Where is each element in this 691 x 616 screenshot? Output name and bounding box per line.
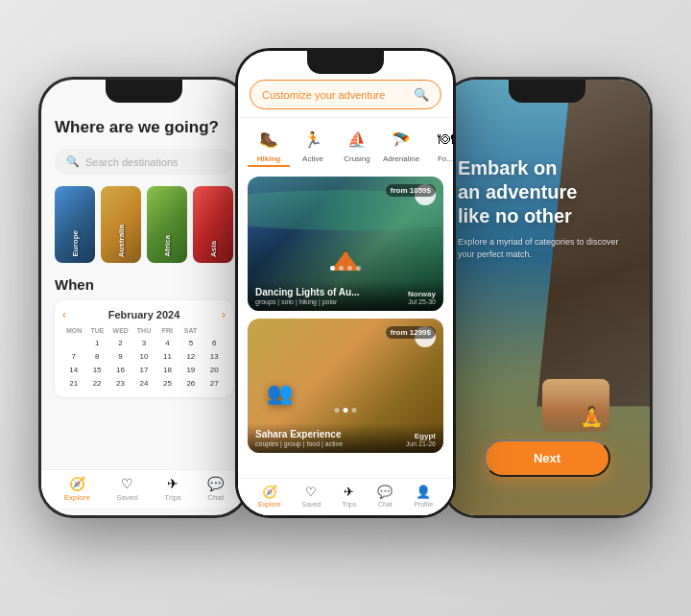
center-phone-notch [307,51,384,74]
right-text-area: Embark on an adventure like no other Exp… [458,156,636,260]
calendar-month: February 2024 [108,309,180,320]
phones-container: Where are we going? 🔍 Search destination… [0,0,691,616]
aurora-card-price: from 1059$ [386,184,436,197]
search-bar-left[interactable]: 🔍 Search destinations [55,149,233,175]
destination-australia-label: Australia [117,225,126,257]
destination-africa-label: Africa [163,235,172,257]
headline-line1: Embark on [458,156,636,180]
categories-row: 🥾 Hiking 🏃 Active ⛵ Crusing 🪂 Adre [238,118,453,171]
right-bottom-area: 🧘 Next [444,379,650,477]
trip-cards-area: 🧍 ♡ [238,171,453,501]
sahara-card-info: Sahara Experience couples | group | food… [248,423,443,453]
left-nav-explore[interactable]: 🧭 Explore [64,476,90,502]
left-phone-content: Where are we going? 🔍 Search destination… [41,80,247,515]
person-beach-image: 🧘 [542,379,609,432]
aurora-card-info: Dancing Lights of Au... groups | solo | … [248,281,443,311]
sahara-card-dots [335,408,357,413]
left-phone-inner: Where are we going? 🔍 Search destination… [41,80,247,515]
aurora-card-date: Jul 25-30 [408,298,436,305]
left-nav-trips[interactable]: ✈ Trips [164,476,180,502]
category-hiking[interactable]: 🥾 Hiking [248,126,290,167]
when-title: When [55,276,233,293]
aurora-card-location: Norway [408,290,436,298]
right-headline: Embark on an adventure like no other [458,156,636,228]
search-icon: 🔍 [66,155,80,168]
dot-1 [330,266,335,271]
center-nav-chat[interactable]: 💬 Chat [377,485,393,508]
trip-card-sahara[interactable]: 👥 ♡ Sahara Experience [248,319,443,453]
aurora-card-tags: groups | solo | hiking | polar [255,298,360,305]
headline-line3: like no other [458,204,636,228]
center-search-text: Customize your adventure [262,89,385,101]
center-search-icon: 🔍 [414,87,429,102]
when-section: When ‹ February 2024 › MON TUE WED THU [55,276,233,397]
sahara-dot-2 [344,408,348,413]
sahara-card-date: Jun 21-26 [406,440,436,447]
aurora-card-name: Dancing Lights of Au... [255,287,360,297]
center-nav-explore[interactable]: 🧭 Explore [258,485,281,508]
destination-asia[interactable]: Asia [193,186,233,263]
destination-cards: Europe Australia Africa [55,186,233,263]
destination-europe[interactable]: Europe [55,186,95,263]
center-phone-content: Customize your adventure 🔍 🥾 Hiking 🏃 Ac… [238,51,453,515]
left-phone-title: Where are we going? [55,118,233,137]
right-phone-inner: Embark on an adventure like no other Exp… [444,80,650,515]
dot-3 [347,266,352,271]
trip-card-aurora[interactable]: 🧍 ♡ [248,177,443,311]
destination-europe-label: Europe [71,230,80,257]
calendar-days-header: MON TUE WED THU FRI SAT [62,327,226,334]
category-active[interactable]: 🏃 Active [292,126,334,167]
dot-2 [339,266,344,271]
left-bottom-nav: 🧭 Explore ♡ Saved ✈ Trips 💬 Chat [41,469,247,508]
calendar-grid: 1 2 3 4 5 6 7 8 9 10 11 12 13 [62,337,226,390]
category-adrenaline[interactable]: 🪂 Adrenaline [380,126,422,167]
category-food[interactable]: 🍽 Fo... [424,126,453,167]
sahara-card-name: Sahara Experience [255,429,343,439]
center-phone-inner: Customize your adventure 🔍 🥾 Hiking 🏃 Ac… [238,51,453,515]
search-placeholder: Search destinations [85,156,179,168]
category-crusing[interactable]: ⛵ Crusing [336,126,378,167]
right-background: Embark on an adventure like no other Exp… [444,80,650,515]
calendar-next[interactable]: › [222,308,226,321]
destination-australia[interactable]: Australia [101,186,141,263]
center-phone: Customize your adventure 🔍 🥾 Hiking 🏃 Ac… [235,48,456,518]
right-subtext: Explore a myriad of categories to discov… [458,236,636,260]
sahara-people-figure: 👥 [267,381,293,406]
dot-4 [356,266,361,271]
calendar-prev[interactable]: ‹ [62,308,66,321]
center-nav-saved[interactable]: ♡ Saved [302,485,322,508]
aurora-card-dots [330,266,361,271]
left-phone: Where are we going? 🔍 Search destination… [38,77,250,518]
right-phone: Embark on an adventure like no other Exp… [441,77,653,518]
calendar-header: ‹ February 2024 › [62,308,226,321]
right-phone-content: Embark on an adventure like no other Exp… [444,80,650,515]
center-nav-trips[interactable]: ✈ Trips [342,485,356,508]
center-bottom-nav: 🧭 Explore ♡ Saved ✈ Trips 💬 Chat [238,478,453,515]
destination-asia-label: Asia [209,241,218,257]
destination-africa[interactable]: Africa [147,186,187,263]
center-nav-profile[interactable]: 👤 Profile [414,485,433,508]
sahara-dot-1 [335,408,340,413]
left-nav-saved[interactable]: ♡ Saved [116,476,138,502]
left-phone-notch [106,80,182,103]
right-phone-notch [509,80,585,103]
next-button[interactable]: Next [484,439,610,477]
center-search-bar[interactable]: Customize your adventure 🔍 [250,80,441,109]
sahara-dot-3 [352,408,357,413]
left-nav-chat[interactable]: 💬 Chat [207,476,224,502]
sahara-card-tags: couples | group | food | active [255,440,343,447]
headline-line2: an adventure [458,180,636,204]
calendar: ‹ February 2024 › MON TUE WED THU FRI SA… [55,300,233,397]
sahara-card-location: Egypt [406,432,436,440]
sahara-card-price: from 1299$ [386,326,436,339]
